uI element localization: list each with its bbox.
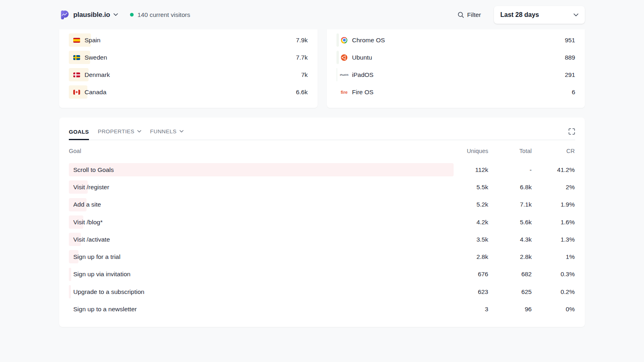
tab-properties[interactable]: PROPERTIES [98, 128, 141, 140]
operating-systems-card: Chrome OS 951 Ubuntu 889 iPadOS iPadOS 2… [327, 29, 585, 108]
goal-row: Upgrade to a subscription 623 625 0.2% [69, 283, 575, 300]
item-label[interactable]: Chrome OS [352, 37, 385, 44]
list-item[interactable]: Sweden 7.7k [69, 49, 308, 66]
tab-label: FUNNELS [150, 128, 177, 134]
item-label[interactable]: Ubuntu [352, 54, 372, 61]
date-range-value: Last 28 days [500, 11, 539, 19]
goal-total: 625 [488, 288, 532, 296]
goal-total: - [488, 166, 532, 174]
item-value: 6 [572, 89, 575, 96]
expand-button[interactable] [568, 128, 575, 140]
list-item[interactable]: Spain 7.9k [69, 31, 308, 49]
goal-cr: 1.9% [532, 201, 575, 208]
item-value: 6.6k [296, 89, 308, 96]
goal-uniques: 2.8k [454, 253, 488, 261]
goal-label[interactable]: Sign up for a trial [69, 253, 120, 261]
goal-cr: 1.6% [532, 219, 575, 226]
goal-row: Sign up via invitation 676 682 0.3% [69, 266, 575, 283]
goal-row: Visit /register 5.5k 6.8k 2% [69, 178, 575, 196]
list-item[interactable]: Denmark 7k [69, 66, 308, 83]
os-list: Chrome OS 951 Ubuntu 889 iPadOS iPadOS 2… [336, 31, 576, 101]
live-dot-icon [130, 13, 134, 17]
goal-cr: 1% [532, 253, 575, 261]
goal-total: 6.8k [488, 184, 532, 191]
item-label[interactable]: Denmark [85, 71, 110, 79]
item-value: 7k [301, 71, 308, 79]
conversion-bar [69, 163, 454, 176]
list-item[interactable]: Canada 6.6k [69, 83, 308, 101]
goal-uniques: 623 [454, 288, 488, 296]
goal-label[interactable]: Upgrade to a subscription [69, 288, 144, 296]
goal-row: Scroll to Goals 112k - 41.2% [69, 161, 575, 178]
goal-cr: 0.2% [532, 288, 575, 296]
item-label[interactable]: Sweden [85, 54, 107, 61]
filter-button[interactable]: Filter [458, 11, 481, 19]
goal-label[interactable]: Add a site [69, 201, 101, 208]
goal-total: 5.6k [488, 219, 532, 226]
column-header-uniques: Uniques [454, 148, 488, 154]
goal-label[interactable]: Sign up via invitation [69, 271, 130, 278]
list-item[interactable]: fire Fire OS 6 [336, 83, 576, 101]
item-value: 889 [565, 54, 575, 61]
goal-cr: 1.3% [532, 236, 575, 243]
item-value: 951 [565, 37, 575, 44]
goals-list: Scroll to Goals 112k - 41.2% Visit /regi… [69, 161, 575, 318]
ubuntu-icon [341, 54, 348, 61]
chevron-down-icon [137, 130, 141, 133]
flag-se-icon [73, 55, 80, 60]
item-label[interactable]: Canada [85, 89, 106, 96]
tab-funnels[interactable]: FUNNELS [150, 128, 184, 140]
chevron-down-icon [180, 130, 184, 133]
goal-total: 682 [488, 271, 532, 278]
site-switcher[interactable]: plausible.io [59, 10, 118, 20]
goal-cr: 0.3% [532, 271, 575, 278]
goal-uniques: 3 [454, 306, 488, 313]
goal-label[interactable]: Visit /register [69, 184, 109, 191]
goal-uniques: 5.2k [454, 201, 488, 208]
column-header-total: Total [488, 148, 532, 154]
fullscreen-icon [568, 128, 575, 135]
goals-card: GOALS PROPERTIES FUNNELS Goal Uniques To… [59, 118, 585, 327]
goal-uniques: 4.2k [454, 219, 488, 226]
item-label[interactable]: Fire OS [352, 89, 374, 96]
countries-card: Spain 7.9k Sweden 7.7k Denmark 7k Canada… [59, 29, 318, 108]
goals-tabs: GOALS PROPERTIES FUNNELS [69, 128, 575, 140]
goal-total: 4.3k [488, 236, 532, 243]
goal-uniques: 676 [454, 271, 488, 278]
goal-label[interactable]: Visit /blog* [69, 219, 103, 226]
goal-row: Visit /blog* 4.2k 5.6k 1.6% [69, 213, 575, 231]
item-label[interactable]: Spain [85, 37, 101, 44]
item-label[interactable]: iPadOS [352, 71, 374, 79]
list-item[interactable]: iPadOS iPadOS 291 [336, 66, 576, 83]
goal-label[interactable]: Sign up to a newsletter [69, 306, 137, 313]
goal-cr: 41.2% [532, 166, 575, 174]
goal-row: Visit /activate 3.5k 4.3k 1.3% [69, 231, 575, 248]
goal-row: Sign up for a trial 2.8k 2.8k 1% [69, 248, 575, 265]
chevron-down-icon [574, 13, 578, 17]
goal-cr: 2% [532, 184, 575, 191]
goal-label[interactable]: Scroll to Goals [69, 166, 114, 174]
goals-column-headers: Goal Uniques Total CR [69, 147, 575, 155]
goal-total: 7.1k [488, 201, 532, 208]
current-visitors[interactable]: 140 current visitors [130, 11, 190, 19]
goal-label[interactable]: Visit /activate [69, 236, 110, 243]
item-value: 291 [565, 71, 575, 79]
tab-goals[interactable]: GOALS [69, 129, 89, 140]
column-header-goal: Goal [69, 148, 454, 154]
flag-dk-icon [73, 72, 80, 77]
list-item[interactable]: Ubuntu 889 [336, 49, 576, 66]
plausible-logo-icon [59, 10, 70, 20]
countries-list: Spain 7.9k Sweden 7.7k Denmark 7k Canada… [69, 31, 308, 101]
goal-row: Sign up to a newsletter 3 96 0% [69, 300, 575, 318]
ipados-icon: iPadOS [341, 74, 348, 76]
goal-row: Add a site 5.2k 7.1k 1.9% [69, 196, 575, 213]
date-range-picker[interactable]: Last 28 days [494, 6, 585, 24]
list-item[interactable]: Chrome OS 951 [336, 31, 576, 49]
fireos-icon: fire [341, 90, 348, 95]
chevron-down-icon [114, 13, 118, 16]
flag-es-icon [73, 38, 80, 43]
tab-label: PROPERTIES [98, 128, 134, 134]
goal-total: 2.8k [488, 253, 532, 261]
top-bar: plausible.io 140 current visitors Filter… [0, 0, 644, 29]
goal-uniques: 3.5k [454, 236, 488, 243]
